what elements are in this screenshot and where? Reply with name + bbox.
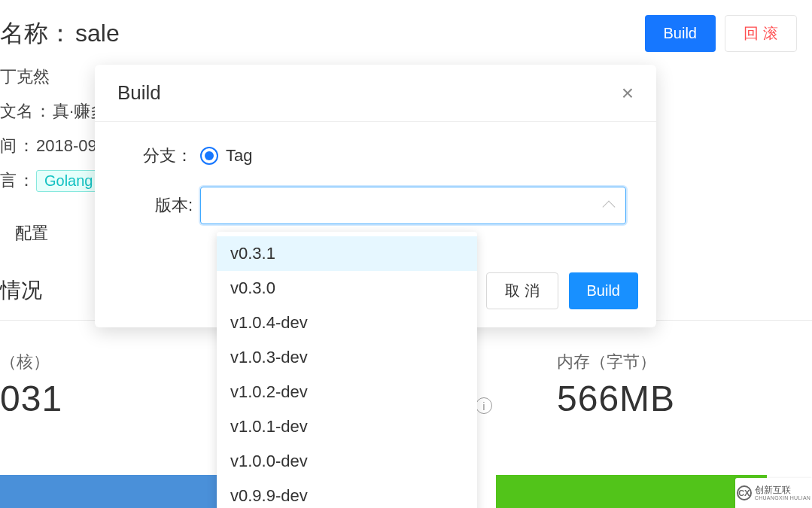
version-option[interactable]: v1.0.2-dev: [217, 375, 477, 409]
lang-tag: Golang: [36, 170, 102, 192]
tab-config[interactable]: 配置: [0, 217, 63, 248]
owner-value: 丁克然: [0, 65, 50, 88]
version-option[interactable]: v1.0.3-dev: [217, 340, 477, 375]
submit-build-button[interactable]: Build: [569, 272, 638, 309]
cpu-stat: （核） 031: [0, 351, 196, 419]
modal-title: Build: [117, 81, 161, 105]
page-title: 名称：sale: [0, 17, 120, 50]
header-buttons: Build 回滚: [645, 15, 797, 52]
version-option[interactable]: v0.9.9-dev: [217, 479, 477, 508]
cn-name-label: 文名: [0, 100, 53, 123]
watermark-logo-icon: CX: [737, 485, 752, 500]
title-value: sale: [75, 20, 120, 47]
modal-header: Build ×: [95, 65, 656, 122]
version-row: 版本: [125, 187, 626, 224]
version-option[interactable]: v1.0.4-dev: [217, 306, 477, 340]
branch-row: 分支 Tag: [125, 144, 626, 167]
info-icon-container: i: [476, 397, 492, 414]
time-value: 2018-09: [36, 136, 97, 156]
title-label: 名称: [0, 20, 48, 47]
chevron-up-icon: [603, 201, 616, 214]
close-icon[interactable]: ×: [622, 83, 634, 104]
build-button[interactable]: Build: [645, 15, 716, 52]
branch-label: 分支: [125, 144, 200, 167]
tag-radio-label: Tag: [226, 146, 252, 166]
time-label: 间: [0, 135, 36, 157]
mem-progress-bar: [496, 475, 767, 508]
version-option[interactable]: v1.0.0-dev: [217, 444, 477, 479]
cancel-button[interactable]: 取消: [486, 272, 558, 309]
cpu-label: （核）: [0, 351, 196, 373]
watermark-en: CHUANGXIN HULIAN: [755, 495, 810, 501]
lang-label: 言: [0, 169, 36, 192]
version-option[interactable]: v1.0.1-dev: [217, 409, 477, 444]
version-option[interactable]: v0.3.1: [217, 236, 477, 271]
mem-stat: 内存（字节） 566MB: [557, 351, 753, 419]
rollback-button[interactable]: 回滚: [725, 15, 797, 52]
watermark-zh: 创新互联: [755, 485, 810, 495]
mem-value: 566MB: [557, 378, 753, 419]
tag-radio[interactable]: [200, 147, 218, 165]
mem-label: 内存（字节）: [557, 351, 656, 373]
version-select[interactable]: [200, 187, 626, 224]
version-label: 版本: [125, 194, 200, 217]
cpu-value: 031: [0, 378, 196, 419]
version-option[interactable]: v0.3.0: [217, 271, 477, 306]
info-icon: i: [476, 397, 492, 414]
version-dropdown: v0.3.1v0.3.0v1.0.4-devv1.0.3-devv1.0.2-d…: [217, 232, 477, 508]
watermark: CX 创新互联 CHUANGXIN HULIAN: [735, 478, 812, 508]
